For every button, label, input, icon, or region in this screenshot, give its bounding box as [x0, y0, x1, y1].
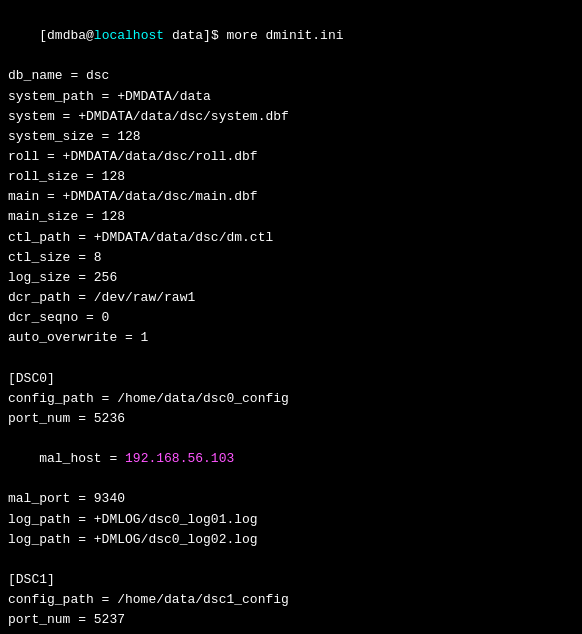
- config-line: ctl_path = +DMDATA/data/dsc/dm.ctl: [8, 228, 574, 248]
- config-line: mal_port = 9340: [8, 489, 574, 509]
- section-dsc1: [DSC1]: [8, 570, 574, 590]
- config-line: port_num = 5237: [8, 610, 574, 630]
- config-line: dcr_seqno = 0: [8, 308, 574, 328]
- config-line: auto_overwrite = 1: [8, 328, 574, 348]
- config-line: roll_size = 128: [8, 167, 574, 187]
- section-dsc0: [DSC0]: [8, 369, 574, 389]
- config-line: roll = +DMDATA/data/dsc/roll.dbf: [8, 147, 574, 167]
- empty-line: [8, 348, 574, 368]
- prompt-at: @: [86, 28, 94, 43]
- mal-host-1-line: mal_host = 192.168.56.104: [8, 630, 574, 634]
- config-line: main_size = 128: [8, 207, 574, 227]
- mal-host-0-label: mal_host =: [39, 451, 125, 466]
- config-line: dcr_path = /dev/raw/raw1: [8, 288, 574, 308]
- config-line: config_path = /home/data/dsc1_config: [8, 590, 574, 610]
- config-line: log_path = +DMLOG/dsc0_log01.log: [8, 510, 574, 530]
- config-line: port_num = 5236: [8, 409, 574, 429]
- config-line: log_path = +DMLOG/dsc0_log02.log: [8, 530, 574, 550]
- mal-host-0-line: mal_host = 192.168.56.103: [8, 429, 574, 489]
- config-line: system_size = 128: [8, 127, 574, 147]
- mal-host-0-ip: 192.168.56.103: [125, 451, 234, 466]
- terminal-window: [dmdba@localhost data]$ more dminit.ini …: [0, 0, 582, 634]
- prompt-line: [dmdba@localhost data]$ more dminit.ini: [8, 6, 574, 66]
- config-line: ctl_size = 8: [8, 248, 574, 268]
- prompt-host: localhost: [94, 28, 164, 43]
- prompt-bracket-open: [: [39, 28, 47, 43]
- prompt-command: more dminit.ini: [227, 28, 344, 43]
- config-line: system_path = +DMDATA/data: [8, 87, 574, 107]
- config-line: main = +DMDATA/data/dsc/main.dbf: [8, 187, 574, 207]
- prompt-dir: data]$: [164, 28, 226, 43]
- config-line: log_size = 256: [8, 268, 574, 288]
- prompt-user: dmdba: [47, 28, 86, 43]
- empty-line: [8, 550, 574, 570]
- config-line: system = +DMDATA/data/dsc/system.dbf: [8, 107, 574, 127]
- config-line: config_path = /home/data/dsc0_config: [8, 389, 574, 409]
- config-line: db_name = dsc: [8, 66, 574, 86]
